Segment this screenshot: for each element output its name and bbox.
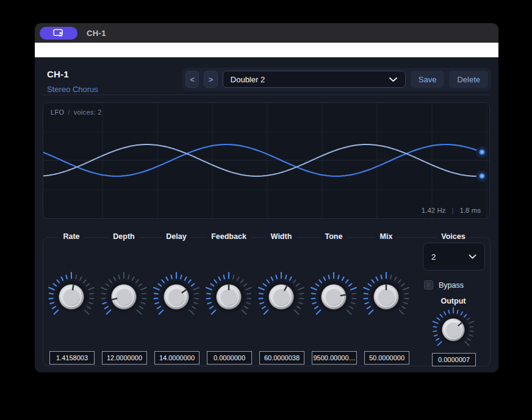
header-divider [43,94,491,95]
controls-panel: Voices 2 Bypass Output 0.0000007 Rate [43,237,491,366]
save-button[interactable]: Save [411,71,445,88]
lfo-end-dot[interactable] [476,170,488,182]
value-field-delay[interactable]: 14.0000000 [154,351,200,365]
knob-label-tone: Tone [321,232,347,241]
knob-label-delay: Delay [162,232,190,241]
titlebar: CH-1 [35,23,498,43]
chevron-down-icon [469,254,476,259]
value-field-tone[interactable]: 9500.00000… [312,351,357,365]
bypass-control[interactable]: Bypass [424,280,464,290]
plugin-body: CH-1 Stereo Chorus < > Doubler 2 Save De… [35,57,498,372]
voices-select-value: 2 [431,252,436,262]
voices-label: Voices [437,232,469,241]
knob-label-width: Width [267,232,297,241]
lfo-label-separator: / [68,109,70,116]
lfo-waveform [43,103,489,218]
plugin-type-label: Stereo Chorus [47,85,98,94]
bypass-checkbox[interactable] [424,280,433,290]
plugin-window: CH-1 CH-1 Stereo Chorus < > Doubler 2 Sa… [35,23,498,372]
value-field-feedback[interactable]: 0.0000000 [207,351,252,365]
output-value-field[interactable]: 0.0000007 [432,353,476,366]
preset-bar: < > Doubler 2 Save Delete [182,68,491,91]
value-field-mix[interactable]: 50.0000000 [364,351,409,365]
knob-tone[interactable] [308,271,359,322]
lfo-readout-separator: | [451,207,453,214]
value-field-rate[interactable]: 1.4158003 [49,351,95,365]
lfo-readout: 1.42 Hz | 1.8 ms [422,207,481,214]
lfo-voices-label: voices: 2 [74,109,102,116]
lfo-display: LFO/voices: 2 1.42 Hz | 1.8 ms [43,102,490,219]
channel-name: CH-1 [47,69,69,79]
knob-label-rate: Rate [59,232,84,241]
knob-depth[interactable] [98,271,149,322]
knob-feedback[interactable] [203,271,254,322]
chevron-down-icon [389,77,398,82]
screen-share-button[interactable] [40,27,77,40]
knob-mix[interactable] [361,271,412,322]
knob-output[interactable] [430,307,476,353]
value-field-width[interactable]: 60.0000038 [259,351,304,365]
knob-label-depth: Depth [109,232,138,241]
host-toolbar-strip [35,43,498,57]
screen-user-icon [52,29,65,37]
lfo-rate-readout: 1.42 Hz [422,207,446,214]
knob-label-mix: Mix [376,232,397,241]
output-label: Output [441,297,466,305]
window-title: CH-1 [87,29,106,38]
knob-delay[interactable] [151,271,202,322]
preset-select[interactable]: Doubler 2 [223,71,406,88]
lfo-corner-label: LFO/voices: 2 [51,109,102,116]
knob-width[interactable] [256,271,307,322]
delete-button[interactable]: Delete [449,71,488,88]
bypass-label: Bypass [439,281,464,290]
value-field-depth[interactable]: 12.0000000 [102,351,147,365]
voices-select[interactable]: 2 [423,243,485,271]
lfo-title: LFO [51,109,64,116]
preset-select-value: Doubler 2 [231,75,265,84]
lfo-delay-readout: 1.8 ms [459,207,481,214]
knob-rate[interactable] [46,271,97,322]
preset-prev-button[interactable]: < [185,71,199,88]
preset-next-button[interactable]: > [204,71,217,88]
lfo-end-dot[interactable] [476,146,488,158]
knob-label-feedback: Feedback [207,232,251,241]
